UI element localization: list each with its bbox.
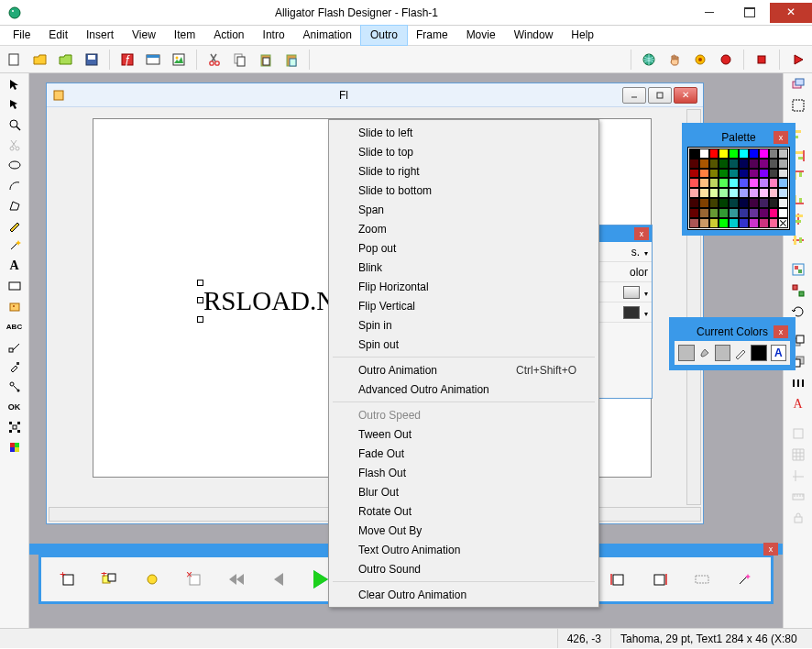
text-object[interactable]: RSLOAD.N xyxy=(203,286,335,316)
color-swatch[interactable] xyxy=(759,178,769,188)
color-swatch[interactable] xyxy=(778,159,788,169)
menu-item[interactable]: Item xyxy=(165,26,204,45)
menu-frame[interactable]: Frame xyxy=(407,26,457,45)
open-recent-icon[interactable] xyxy=(55,49,77,71)
save-icon[interactable] xyxy=(81,49,103,71)
color-swatch[interactable] xyxy=(769,218,779,228)
menu-item[interactable]: Blink xyxy=(331,258,597,277)
color-swatch[interactable] xyxy=(709,188,719,198)
menu-insert[interactable]: Insert xyxy=(77,26,123,45)
color-swatch[interactable] xyxy=(749,218,759,228)
color-swatch[interactable] xyxy=(689,218,699,228)
color-swatch[interactable] xyxy=(749,148,759,159)
paste-special-icon[interactable] xyxy=(280,49,302,71)
play-icon[interactable] xyxy=(786,49,808,71)
bounds-icon[interactable] xyxy=(787,96,809,115)
color-chip[interactable] xyxy=(623,286,640,299)
line-node-icon[interactable] xyxy=(4,337,26,356)
handles-tool-icon[interactable] xyxy=(4,418,26,436)
span-icon[interactable] xyxy=(692,569,712,589)
target-icon[interactable] xyxy=(689,49,711,71)
selection-handle[interactable] xyxy=(197,297,203,303)
color-swatch[interactable] xyxy=(689,148,699,159)
flash-export-icon[interactable]: ƒ xyxy=(116,49,138,71)
color-swatch[interactable] xyxy=(719,218,729,228)
panel-close-button[interactable]: x xyxy=(774,131,788,144)
lock-icon[interactable] xyxy=(787,509,809,527)
doc-titlebar[interactable]: Fl ✕ xyxy=(47,83,703,107)
color-swatch[interactable] xyxy=(769,208,779,218)
delete-frame-icon[interactable]: × xyxy=(184,569,204,589)
color-swatch[interactable] xyxy=(769,148,779,159)
color-swatch[interactable] xyxy=(769,169,779,179)
grid-icon[interactable] xyxy=(787,446,809,464)
color-swatch[interactable] xyxy=(699,159,709,169)
wand-tool-icon[interactable] xyxy=(4,236,26,255)
color-swatch[interactable] xyxy=(699,198,709,208)
selection-handle[interactable] xyxy=(197,316,203,323)
menu-help[interactable]: Help xyxy=(562,26,603,45)
color-swatch[interactable] xyxy=(709,178,719,188)
open-icon[interactable] xyxy=(29,49,51,71)
color-swatch[interactable] xyxy=(729,208,739,218)
text-color-icon[interactable]: A xyxy=(771,345,787,361)
menu-item[interactable]: Spin out xyxy=(331,335,597,354)
group-icon[interactable] xyxy=(787,260,809,279)
pointer-tool-icon[interactable] xyxy=(4,75,26,94)
color-swatch[interactable] xyxy=(719,159,729,169)
paste-icon[interactable] xyxy=(255,49,277,71)
menu-item[interactable]: Slide to left xyxy=(331,123,597,142)
prop-row[interactable]: s. xyxy=(598,242,652,262)
record-icon[interactable] xyxy=(715,49,737,71)
color-swatch[interactable] xyxy=(709,218,719,228)
color-swatch[interactable] xyxy=(709,159,719,169)
text-color-swatch[interactable] xyxy=(751,345,767,361)
color-swatch[interactable] xyxy=(778,198,788,208)
color-swatch[interactable] xyxy=(739,159,749,169)
color-swatch[interactable] xyxy=(769,159,779,169)
menu-view[interactable]: View xyxy=(123,26,165,45)
color-swatch[interactable] xyxy=(729,218,739,228)
color-swatch[interactable] xyxy=(759,208,769,218)
menu-item[interactable]: Spin in xyxy=(331,315,597,335)
menu-item[interactable]: Slide to top xyxy=(331,142,597,161)
current-colors-panel[interactable]: Current Colors x A xyxy=(669,317,796,370)
color-swatch[interactable] xyxy=(778,178,788,188)
polygon-tool-icon[interactable] xyxy=(4,196,26,214)
menu-edit[interactable]: Edit xyxy=(39,26,77,45)
color-swatch[interactable] xyxy=(719,169,729,179)
palette-panel[interactable]: Palette x xyxy=(682,123,796,236)
color-swatch[interactable] xyxy=(719,198,729,208)
color-swatch[interactable] xyxy=(739,218,749,228)
menu-item[interactable]: Flip Horizontal xyxy=(331,277,597,296)
color-swatch[interactable] xyxy=(769,188,779,198)
color-swatch[interactable] xyxy=(709,208,719,218)
menu-item[interactable]: Tween Out xyxy=(331,424,597,444)
color-tool-icon[interactable] xyxy=(4,438,26,456)
menu-item[interactable]: Blur Out xyxy=(331,482,597,501)
prev-frame-icon[interactable] xyxy=(269,569,289,589)
color-swatch[interactable] xyxy=(759,159,769,169)
color-swatch[interactable] xyxy=(749,208,759,218)
distribute-h-icon[interactable] xyxy=(787,374,809,392)
selection-handle[interactable] xyxy=(197,280,203,286)
ungroup-icon[interactable] xyxy=(787,281,809,300)
image-icon[interactable] xyxy=(168,49,190,71)
wand-effect-icon[interactable] xyxy=(734,569,754,589)
scissors-icon[interactable] xyxy=(4,136,26,154)
color-swatch[interactable] xyxy=(778,218,788,228)
color-swatch[interactable] xyxy=(769,198,779,208)
color-swatch[interactable] xyxy=(729,169,739,179)
color-swatch[interactable] xyxy=(749,169,759,179)
color-swatch[interactable] xyxy=(699,178,709,188)
insert-marker-icon[interactable] xyxy=(608,569,628,589)
color-swatch[interactable] xyxy=(689,159,699,169)
color-swatch[interactable] xyxy=(689,198,699,208)
prop-row[interactable] xyxy=(598,302,652,323)
menu-item[interactable]: Advanced Outro Animation xyxy=(331,380,597,399)
menu-item[interactable]: Clear Outro Animation xyxy=(331,585,597,604)
color-swatch[interactable] xyxy=(729,178,739,188)
keyframe-icon[interactable] xyxy=(142,569,162,589)
color-swatch[interactable] xyxy=(699,148,709,159)
color-swatch[interactable] xyxy=(778,169,788,179)
